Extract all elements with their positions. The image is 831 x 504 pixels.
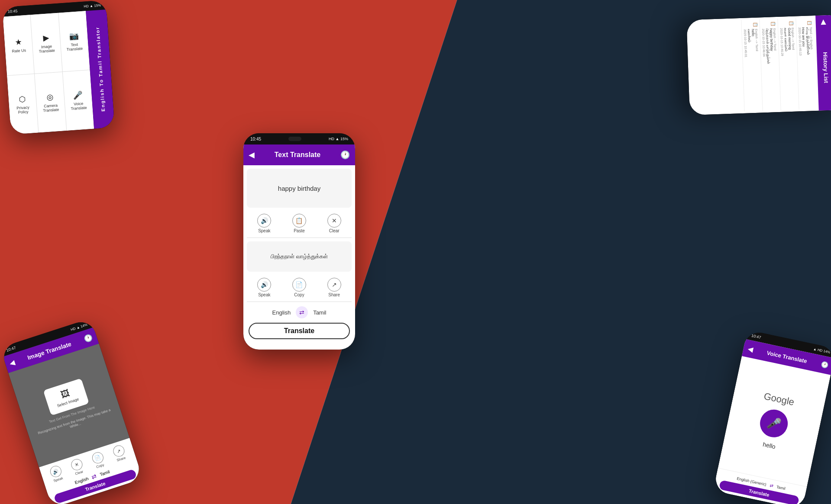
center-status-signal: HD ▲ 15%	[329, 137, 348, 141]
speak-output-btn[interactable]: 🔊 Speak	[257, 278, 271, 297]
br-status-time: 10:47	[751, 334, 761, 340]
history-icon-4: 📋	[753, 22, 758, 27]
paste-btn[interactable]: 📋 Paste	[292, 214, 306, 233]
target-lang[interactable]: Tamil	[313, 309, 326, 316]
tl-app-title: English To Tamil Translator	[95, 26, 106, 112]
lang-row: English ⇄ Tamil	[243, 304, 355, 321]
mic-button[interactable]: 🎤	[757, 407, 790, 440]
bl-target-lang[interactable]: Tamil	[99, 469, 110, 477]
center-app-title: Text Translate	[259, 151, 336, 159]
tl-status-time: 10:45	[7, 9, 17, 14]
history-list: 📋 Tamil --> English எப்படி இருக்கிறீர்கள…	[686, 16, 818, 115]
bl-copy-btn[interactable]: 📄 Copy	[91, 451, 106, 469]
history-icon-3: 📋	[771, 21, 776, 26]
history-icon-2: 📋	[789, 21, 794, 26]
menu-text-translate[interactable]: 📷 Text Translate	[58, 11, 90, 71]
phone-top-left: 10:45 HD ▲ 15% ★ Rate Us ▶ Image Transla…	[2, 0, 115, 135]
br-back-icon[interactable]: ◀	[747, 344, 754, 353]
menu-camera[interactable]: ◎ Camera Translate	[35, 72, 66, 132]
source-lang[interactable]: English	[272, 309, 291, 316]
br-target-lang[interactable]: Tamil	[776, 485, 786, 491]
menu-voice[interactable]: 🎤 Voice Translate	[62, 70, 94, 131]
phone-center: 10:45 HD ▲ 15% ◀ Text Translate 🕐 happy …	[243, 133, 355, 350]
star-icon: ★	[15, 37, 22, 47]
clear-btn[interactable]: ✕ Clear	[327, 214, 341, 233]
mic-icon: 🎤	[73, 90, 83, 100]
image-placeholder-icon: 🖼	[59, 388, 71, 400]
bl-share-btn[interactable]: ↗ Share	[112, 444, 127, 462]
bl-history-icon[interactable]: 🕐	[83, 333, 94, 343]
output-actions: 🔊 Speak 📄 Copy ↗ Share	[243, 275, 355, 300]
tr-back-icon[interactable]: ◀	[820, 19, 828, 25]
history-item-1[interactable]: 📋 Tamil --> English எப்படி இருக்கிறீர்கள…	[795, 17, 817, 109]
back-icon[interactable]: ◀	[249, 150, 255, 160]
translate-btn[interactable]: Translate	[249, 323, 350, 339]
menu-rate-us[interactable]: ★ Rate Us	[3, 15, 35, 75]
google-text: Google	[763, 391, 795, 408]
bl-speak-btn[interactable]: 🔊 Speak	[49, 465, 64, 483]
history-icon-1: 📋	[807, 20, 812, 25]
speak-input-btn[interactable]: 🔊 Speak	[257, 214, 271, 233]
bl-back-icon[interactable]: ◀	[9, 358, 16, 368]
input-actions: 🔊 Speak 📋 Paste ✕ Clear	[243, 211, 355, 236]
phone-top-right: 10:01 HD ▲ 15% ◀ History List 📋 Tamil --…	[686, 15, 831, 115]
menu-privacy[interactable]: ⬡ Privacy Policy	[7, 74, 39, 135]
divider-1	[247, 238, 352, 238]
center-status-time: 10:45	[250, 137, 261, 141]
mic-icon: 🎤	[766, 415, 782, 431]
output-area: பிறந்தநாள் வாழ்த்துக்கள்	[247, 241, 352, 272]
history-icon[interactable]: 🕐	[340, 150, 350, 160]
bl-clear-btn[interactable]: ✕ Clear	[70, 458, 85, 476]
copy-btn[interactable]: 📄 Copy	[292, 278, 306, 297]
output-text: பிறந்தநாள் வாழ்த்துக்கள்	[271, 253, 328, 260]
divider-2	[247, 302, 352, 302]
text-icon: 📷	[69, 31, 79, 41]
history-item-2[interactable]: 📋 English --> Tamil Good morning காலை வண…	[777, 18, 799, 110]
bl-swap-icon[interactable]: ⇄	[91, 472, 97, 480]
shield-icon: ⬡	[19, 94, 26, 104]
tr-title: History List	[821, 29, 831, 106]
camera-icon: ◎	[46, 92, 54, 102]
history-item-3[interactable]: 📋 English --> Tamil happy birthday பிறந்…	[759, 19, 780, 111]
input-text: happy birthday	[278, 185, 320, 192]
input-area[interactable]: happy birthday	[247, 169, 352, 208]
menu-image-translate[interactable]: ▶ Image Translate	[31, 13, 62, 74]
bl-source-lang[interactable]: English	[74, 476, 89, 485]
history-item-4[interactable]: 📋 English --> Tamil hello வணக்கம் 2020-1…	[741, 19, 762, 111]
share-btn[interactable]: ↗ Share	[327, 278, 341, 297]
br-swap-icon[interactable]: ⇄	[769, 483, 773, 488]
hello-text: hello	[762, 441, 776, 450]
swap-lang-btn[interactable]: ⇄	[296, 306, 308, 318]
image-icon: ▶	[42, 33, 49, 43]
br-history-icon[interactable]: 🕐	[820, 361, 829, 369]
